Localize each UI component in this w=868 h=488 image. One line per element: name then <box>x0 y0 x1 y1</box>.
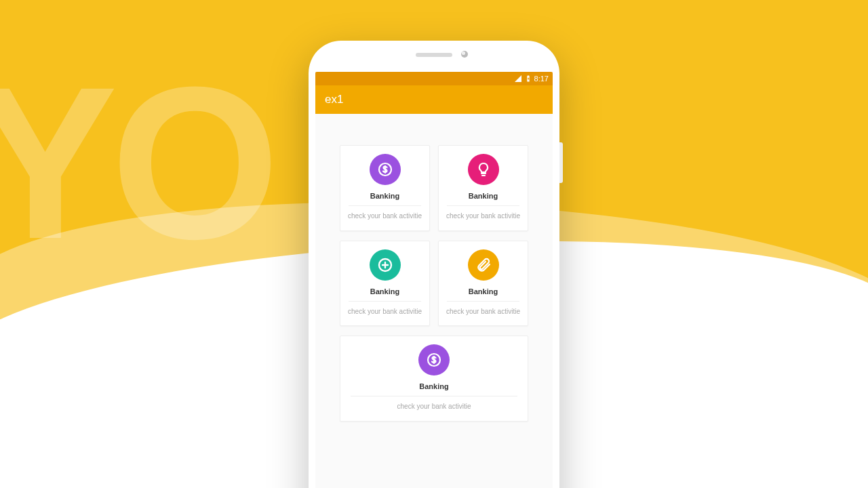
dollar-icon <box>370 154 401 185</box>
card-grid: Bankingcheck your bank activitie Banking… <box>340 145 528 422</box>
feature-card[interactable]: Bankingcheck your bank activitie <box>340 336 528 422</box>
battery-icon <box>525 74 532 83</box>
feature-card[interactable]: Bankingcheck your bank activitie <box>438 145 528 231</box>
app-title: ex1 <box>325 93 343 106</box>
dollar-icon <box>418 344 450 375</box>
status-bar: 8:17 <box>315 72 553 85</box>
screen-content: Bankingcheck your bank activitie Banking… <box>315 114 553 488</box>
app-screen: 8:17 ex1 Bankingcheck your bank activiti… <box>315 72 553 488</box>
divider <box>447 205 519 206</box>
card-subtitle: check your bank activitie <box>348 307 422 317</box>
divider <box>349 301 421 302</box>
card-title: Banking <box>370 287 399 296</box>
feature-card[interactable]: Bankingcheck your bank activitie <box>340 145 430 231</box>
card-title: Banking <box>469 192 498 200</box>
bulb-icon <box>468 154 499 185</box>
phone-camera <box>461 51 468 58</box>
card-title: Banking <box>469 287 498 296</box>
card-subtitle: check your bank activitie <box>446 307 520 317</box>
card-subtitle: check your bank activitie <box>348 211 422 221</box>
card-title: Banking <box>419 382 448 390</box>
divider <box>349 205 421 206</box>
signal-icon <box>514 75 522 83</box>
paperclip-icon <box>468 249 499 281</box>
status-time: 8:17 <box>534 75 549 83</box>
card-subtitle: check your bank activitie <box>397 402 471 411</box>
card-title: Banking <box>370 192 399 200</box>
phone-mockup: 8:17 ex1 Bankingcheck your bank activiti… <box>309 41 559 488</box>
plus-circle-icon <box>370 249 401 281</box>
divider <box>447 301 519 302</box>
app-bar: ex1 <box>315 85 553 114</box>
feature-card[interactable]: Bankingcheck your bank activitie <box>438 241 528 327</box>
phone-speaker <box>416 53 452 57</box>
card-subtitle: check your bank activitie <box>446 211 520 221</box>
divider <box>351 396 517 396</box>
feature-card[interactable]: Bankingcheck your bank activitie <box>340 241 430 327</box>
